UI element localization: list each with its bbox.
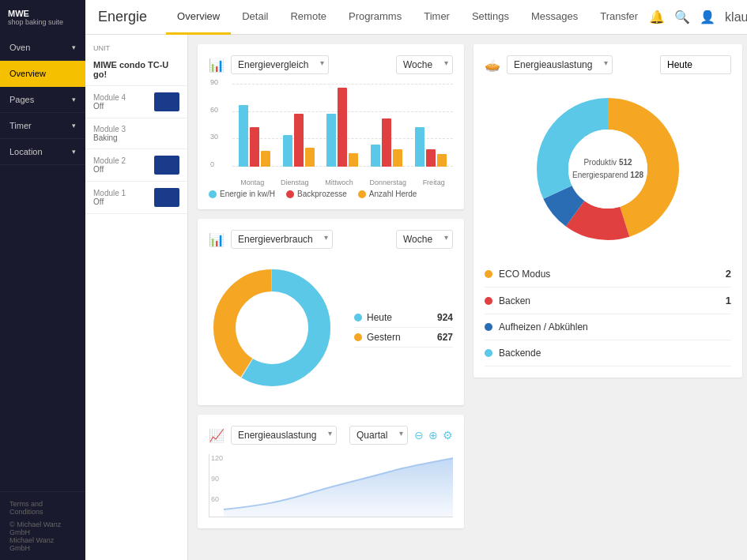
legend-label-energie: Energie in kw/H <box>220 190 275 198</box>
chart1-type-select[interactable]: Energievergleich <box>231 55 329 74</box>
chart2-period-select[interactable]: Woche <box>396 230 453 249</box>
main-content: 📊 Energievergleich Woche <box>188 35 747 560</box>
chart1-period-select[interactable]: Woche <box>396 55 453 74</box>
card1-header: 📊 Energievergleich Woche <box>209 55 453 74</box>
bar-mittwoch-red <box>338 88 347 167</box>
card-energievergleich: 📊 Energievergleich Woche <box>198 44 464 209</box>
chart1-period-wrapper: Woche <box>396 55 453 74</box>
nav-icons: 🔔 🔍 👤 klau... <box>649 9 747 24</box>
chart4-period-select[interactable]: Quartal <box>349 426 408 445</box>
x-labels: Montag Dienstag Mittwoch Donnerstag Frei… <box>232 179 453 186</box>
tab-transfer[interactable]: Transfer <box>589 0 649 35</box>
unit-header-label: Unit <box>85 41 187 57</box>
sidebar-item-timer[interactable]: Timer ▾ <box>0 113 85 139</box>
bar-dienstag-red <box>294 114 304 167</box>
bar-donnerstag-orange <box>393 149 402 167</box>
sidebar-item-overview[interactable]: Overview <box>0 61 85 87</box>
sidebar-item-oven[interactable]: Oven ▾ <box>0 35 85 61</box>
legend-label-heute: Heute <box>367 312 392 323</box>
tab-overview[interactable]: Overview <box>166 0 231 35</box>
dot-backen <box>485 297 492 305</box>
left-column: 📊 Energievergleich Woche <box>198 44 464 551</box>
x-label-dienstag: Dienstag <box>281 179 309 186</box>
x-label-mittwoch: Mittwoch <box>325 179 353 186</box>
bar-montag-red <box>250 127 259 167</box>
search-icon[interactable]: 🔍 <box>674 9 690 24</box>
legend2-heute: Heute 924 <box>354 308 453 328</box>
module-1-thumb <box>154 188 179 207</box>
tab-settings[interactable]: Settings <box>461 0 520 35</box>
bar-montag-blue <box>239 105 248 167</box>
bar-freitag-orange <box>437 154 447 167</box>
legend-val-heute: 924 <box>437 312 453 323</box>
energy-row-eco: ECO Modus 2 <box>485 261 731 288</box>
tab-messages[interactable]: Messages <box>520 0 589 35</box>
chart2-type-select[interactable]: Energieverbrauch <box>231 230 333 249</box>
bar-freitag-red <box>426 149 436 167</box>
chevron-icon: ▾ <box>72 122 76 130</box>
x-label-montag: Montag <box>240 179 264 186</box>
chart1-type-wrapper: Energievergleich <box>231 55 329 74</box>
area-svg <box>224 454 453 517</box>
chevron-icon: ▾ <box>72 96 76 103</box>
unit-name: MIWE condo TC-U go! <box>85 57 187 86</box>
card3-header: 🥧 Energieauslastung <box>485 55 731 74</box>
chevron-icon: ▾ <box>72 148 76 156</box>
label-backende: Backende <box>499 348 541 359</box>
energy-list: ECO Modus 2 Backen 1 A <box>485 261 731 366</box>
label-aufheizen: Aufheizen / Abkühlen <box>499 321 588 333</box>
logo-area: MWE shop baking suite <box>0 0 85 35</box>
module-1[interactable]: Module 1 Off <box>85 182 187 214</box>
donut3-center: Produktiv 512 Energiesparend 128 <box>572 156 643 182</box>
donut2-legend: Heute 924 Gestern 627 <box>354 308 453 348</box>
legend-label-herde: Anzahl Herde <box>369 190 417 198</box>
bell-icon[interactable]: 🔔 <box>649 9 665 24</box>
bar-group-mittwoch <box>326 88 358 167</box>
module-2-thumb <box>154 156 179 175</box>
right-column: 🥧 Energieauslastung <box>473 44 742 551</box>
module-3[interactable]: Module 3 Baking <box>85 118 187 149</box>
bars-container <box>232 84 453 167</box>
nav-username: klau... <box>725 10 747 24</box>
legend-label-back: Backprozesse <box>297 190 347 198</box>
bar-mittwoch-blue <box>326 114 336 167</box>
tab-detail[interactable]: Detail <box>231 0 279 35</box>
sidebar-item-pages[interactable]: Pages ▾ <box>0 87 85 113</box>
module-4[interactable]: Module 4 Off <box>85 86 187 118</box>
sidebar-item-location[interactable]: Location ▾ <box>0 139 85 165</box>
settings-icon[interactable]: ⚙ <box>443 429 453 442</box>
bar-group-montag <box>239 105 270 167</box>
bar-dienstag-orange <box>305 148 315 167</box>
page-title: Energie <box>98 9 147 25</box>
dot-backende <box>485 349 492 357</box>
module-2[interactable]: Module 2 Off <box>85 149 187 182</box>
zoom-out-icon[interactable]: ⊖ <box>414 429 424 442</box>
zoom-in-icon[interactable]: ⊕ <box>428 429 438 442</box>
tab-remote[interactable]: Remote <box>279 0 338 35</box>
card-energieverbrauch: 📊 Energieverbrauch Woche <box>198 219 464 405</box>
energy-row-backen: Backen 1 <box>485 288 731 314</box>
val-eco: 2 <box>726 268 731 280</box>
energy-row-aufheizen: Aufheizen / Abkühlen <box>485 314 731 340</box>
bar-chart-icon: 📊 <box>209 58 224 73</box>
dot-eco <box>485 270 492 278</box>
donut2-container <box>209 265 335 391</box>
bar-donnerstag-blue <box>371 145 380 167</box>
bar-group-dienstag <box>283 114 315 167</box>
chart3-type-select[interactable]: Energieauslastung <box>507 55 613 74</box>
bar-donnerstag-red <box>382 118 391 167</box>
chart3-date-input[interactable] <box>660 55 731 74</box>
donut3-container: Produktiv 512 Energiesparend 128 <box>529 90 687 248</box>
legend-label-gestern: Gestern <box>367 332 401 343</box>
x-label-donnerstag: Donnerstag <box>369 179 406 186</box>
tab-timer[interactable]: Timer <box>413 0 461 35</box>
user-icon[interactable]: 👤 <box>700 9 715 24</box>
bar-chart-area: 90 60 30 0 <box>209 84 453 186</box>
donut3-wrapper: Produktiv 512 Energiesparend 128 <box>485 84 731 254</box>
val-backen: 1 <box>726 295 731 306</box>
legend-dot-back <box>286 190 294 198</box>
chart4-type-select[interactable]: Energieauslastung <box>231 426 337 445</box>
tab-programms[interactable]: Programms <box>338 0 413 35</box>
donut2-svg <box>209 265 335 391</box>
card4-header: 📈 Energieauslastung Quartal ⊖ ⊕ <box>209 426 453 445</box>
